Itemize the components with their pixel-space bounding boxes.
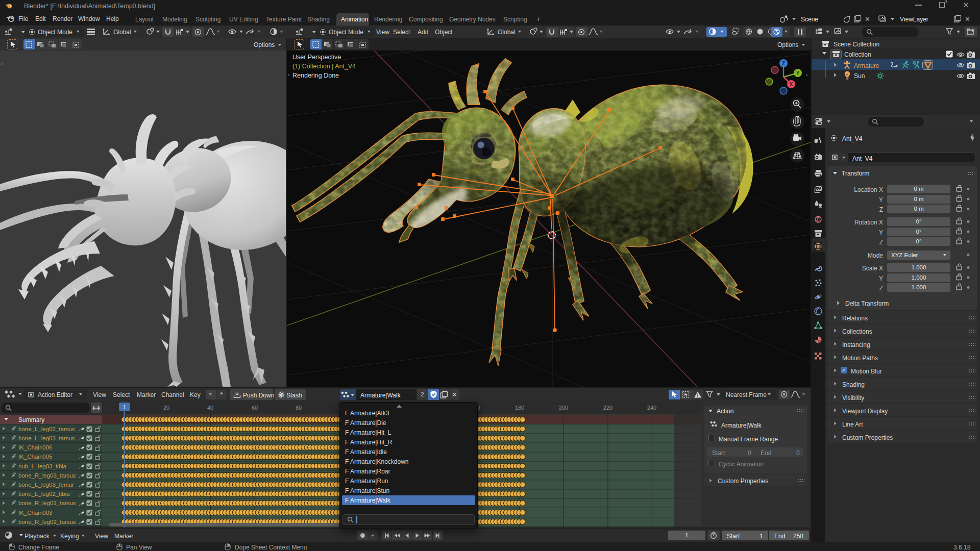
svg-text:60: 60 (252, 405, 258, 411)
svg-text:1: 1 (123, 404, 126, 410)
svg-text:240: 240 (647, 405, 656, 411)
svg-text:X: X (790, 82, 793, 87)
svg-text:220: 220 (603, 405, 612, 411)
svg-text:20: 20 (163, 405, 169, 411)
svg-text:180: 180 (515, 405, 524, 411)
svg-text:‹: ‹ (806, 71, 808, 78)
svg-text:Rendering Done: Rendering Done (292, 72, 339, 79)
svg-text:200: 200 (559, 405, 568, 411)
svg-text:Z: Z (782, 61, 785, 66)
svg-text:›: › (288, 71, 290, 78)
svg-text:(1) Collection | Ant_V4: (1) Collection | Ant_V4 (292, 63, 356, 70)
svg-text:40: 40 (207, 405, 213, 411)
svg-text:80: 80 (296, 405, 302, 411)
svg-text:User Perspective: User Perspective (292, 54, 341, 61)
svg-text:Y: Y (796, 70, 800, 76)
